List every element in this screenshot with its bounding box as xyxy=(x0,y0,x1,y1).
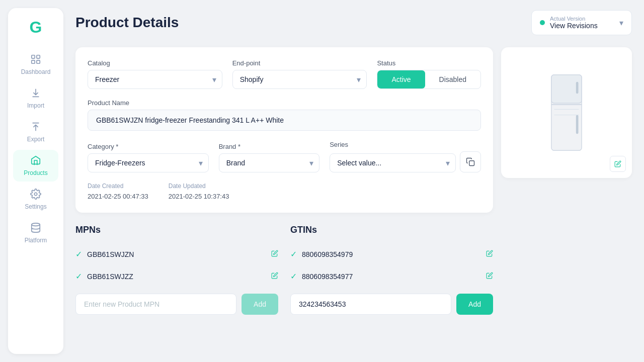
mpn-item-1: ✓ GBB61SWJZZ xyxy=(75,265,278,288)
edit-icon xyxy=(271,272,278,279)
sidebar-item-platform-label: Platform xyxy=(25,237,47,244)
form-main: Catalog Freezer End-point Shopify xyxy=(75,47,493,315)
gtin-add-button[interactable]: Add xyxy=(456,294,493,315)
version-value: View Revisions xyxy=(550,22,598,30)
product-name-label: Product Name xyxy=(88,99,481,107)
svg-rect-3 xyxy=(37,60,40,63)
page-title: Product Details xyxy=(75,15,179,31)
category-select[interactable]: Fridge-Freezers xyxy=(88,153,209,172)
series-select[interactable]: Select value... xyxy=(330,153,456,172)
chevron-down-icon: ▾ xyxy=(619,18,623,28)
edit-image-button[interactable] xyxy=(610,156,626,172)
sidebar-item-import[interactable]: Import xyxy=(13,82,58,114)
status-label: Status xyxy=(377,59,481,67)
sidebar-item-dashboard[interactable]: Dashboard xyxy=(13,49,58,80)
dates-row: Date Created 2021-02-25 00:47:33 Date Up… xyxy=(88,183,481,201)
edit-icon xyxy=(271,250,278,257)
svg-rect-11 xyxy=(576,115,579,134)
version-selector[interactable]: Actual Version View Revisions ▾ xyxy=(531,10,632,35)
mpn-check-icon-0: ✓ xyxy=(75,249,82,259)
gtin-item-0: ✓ 8806098354979 xyxy=(290,243,493,265)
gtins-title: GTINs xyxy=(290,225,493,235)
series-input-row: Select value... xyxy=(330,151,481,172)
version-text-block: Actual Version View Revisions xyxy=(550,16,598,30)
date-updated-group: Date Updated 2021-02-25 10:37:43 xyxy=(169,183,229,201)
endpoint-select-wrapper: Shopify xyxy=(232,70,367,89)
import-icon xyxy=(30,87,41,100)
mpn-add-row: Add xyxy=(75,294,278,315)
product-image xyxy=(546,72,587,153)
sidebar-item-export-label: Export xyxy=(27,136,45,143)
date-updated-label: Date Updated xyxy=(169,183,229,190)
brand-group: Brand * Brand xyxy=(219,143,320,172)
sidebar-item-settings-label: Settings xyxy=(25,203,46,210)
image-panel xyxy=(501,47,632,315)
catalog-select-wrapper: Freezer xyxy=(88,70,222,89)
category-group: Category * Fridge-Freezers xyxy=(88,143,209,172)
edit-icon xyxy=(486,272,493,279)
version-label: Actual Version xyxy=(550,16,598,22)
category-select-wrapper: Fridge-Freezers xyxy=(88,153,209,172)
svg-point-4 xyxy=(34,193,37,196)
gtin-value-0: 8806098354979 xyxy=(302,250,353,258)
status-group: Status Active Disabled xyxy=(377,59,481,89)
date-updated-value: 2021-02-25 10:37:43 xyxy=(169,193,229,200)
svg-rect-1 xyxy=(37,55,40,58)
mpn-add-button[interactable]: Add xyxy=(242,294,278,315)
copy-icon xyxy=(466,157,475,166)
mpn-edit-button-1[interactable] xyxy=(271,272,278,281)
sidebar-item-products-label: Products xyxy=(24,169,47,176)
series-label: Series xyxy=(330,141,481,148)
endpoint-group: End-point Shopify xyxy=(232,59,367,89)
svg-rect-6 xyxy=(469,161,474,166)
brand-select[interactable]: Brand xyxy=(219,153,320,172)
gtin-add-input[interactable] xyxy=(290,294,451,315)
catalog-group: Catalog Freezer xyxy=(88,59,222,89)
app-logo: G xyxy=(30,18,42,37)
copy-button[interactable] xyxy=(460,151,481,172)
sidebar-item-settings[interactable]: Settings xyxy=(13,184,58,215)
series-group: Series Select value... xyxy=(330,141,481,172)
mpn-value-0: GBB61SWJZN xyxy=(87,250,134,258)
dashboard-icon xyxy=(30,54,41,66)
mpn-add-input[interactable] xyxy=(75,294,236,315)
sidebar-item-export[interactable]: Export xyxy=(13,116,58,148)
sidebar-item-products[interactable]: Products xyxy=(13,150,58,182)
gtin-item-1: ✓ 8806098354977 xyxy=(290,265,493,288)
mpn-value-1: GBB61SWJZZ xyxy=(87,273,133,281)
edit-image-icon xyxy=(614,160,621,167)
category-brand-series-row: Category * Fridge-Freezers Brand * Brand xyxy=(88,141,481,172)
endpoint-select[interactable]: Shopify xyxy=(232,70,367,89)
gtin-add-row: Add xyxy=(290,294,493,315)
status-disabled-button[interactable]: Disabled xyxy=(425,70,480,88)
svg-rect-10 xyxy=(576,82,579,94)
main-content: Product Details Actual Version View Revi… xyxy=(63,0,644,362)
status-active-button[interactable]: Active xyxy=(377,70,425,88)
mpn-check-icon-1: ✓ xyxy=(75,272,82,281)
gtin-check-icon-1: ✓ xyxy=(290,272,297,281)
sidebar-item-import-label: Import xyxy=(27,102,44,109)
date-created-label: Date Created xyxy=(88,183,148,190)
svg-rect-0 xyxy=(32,55,35,58)
content-area: Catalog Freezer End-point Shopify xyxy=(75,47,632,315)
mpn-edit-button-0[interactable] xyxy=(271,250,278,258)
gtin-check-icon-0: ✓ xyxy=(290,249,297,259)
catalog-select[interactable]: Freezer xyxy=(88,70,222,89)
sidebar: G Dashboard Import Export xyxy=(8,8,63,354)
endpoint-label: End-point xyxy=(232,59,367,67)
brand-select-wrapper: Brand xyxy=(219,153,320,172)
products-icon xyxy=(30,155,41,167)
lists-section: MPNs ✓ GBB61SWJZN xyxy=(75,225,493,315)
mpns-title: MPNs xyxy=(75,225,278,235)
platform-icon xyxy=(30,222,41,235)
gtin-edit-button-0[interactable] xyxy=(486,250,493,258)
catalog-endpoint-status-row: Catalog Freezer End-point Shopify xyxy=(88,59,481,89)
mpns-panel: MPNs ✓ GBB61SWJZN xyxy=(75,225,278,315)
product-name-row: Product Name xyxy=(88,99,481,131)
gtin-edit-button-1[interactable] xyxy=(486,272,493,281)
product-name-input[interactable] xyxy=(88,110,481,131)
date-created-group: Date Created 2021-02-25 00:47:33 xyxy=(88,183,148,201)
page-header: Product Details Actual Version View Revi… xyxy=(75,10,632,35)
form-section: Catalog Freezer End-point Shopify xyxy=(75,47,493,213)
sidebar-item-platform[interactable]: Platform xyxy=(13,217,58,249)
